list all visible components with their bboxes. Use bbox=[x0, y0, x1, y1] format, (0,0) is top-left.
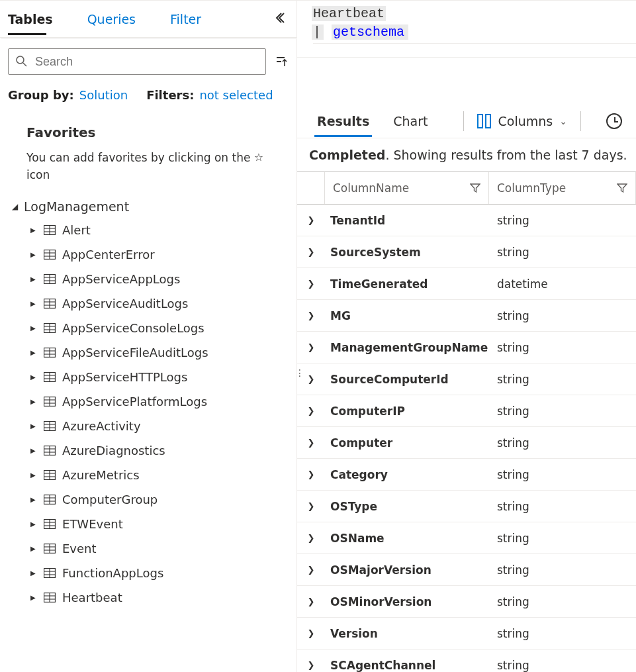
table-item-label: AppCenterError bbox=[62, 248, 155, 262]
tab-queries[interactable]: Queries bbox=[87, 4, 148, 34]
table-item[interactable]: ▶Event bbox=[12, 536, 296, 561]
table-icon bbox=[44, 519, 56, 529]
table-row[interactable]: ❯ManagementGroupNamestring bbox=[297, 332, 636, 363]
tab-chart[interactable]: Chart bbox=[392, 106, 429, 136]
filter-icon[interactable] bbox=[617, 183, 627, 193]
caret-right-icon: ▶ bbox=[30, 594, 37, 601]
cell-columnname: OSMajorVersion bbox=[325, 563, 489, 577]
cell-columntype: string bbox=[489, 309, 636, 322]
expand-row-icon[interactable]: ❯ bbox=[297, 565, 325, 575]
table-item[interactable]: ▶Alert bbox=[12, 218, 296, 242]
table-item[interactable]: ▶AzureDiagnostics bbox=[12, 438, 296, 463]
table-row[interactable]: ❯Computerstring bbox=[297, 427, 636, 459]
cell-columnname: ManagementGroupName bbox=[325, 341, 489, 354]
table-icon bbox=[44, 544, 56, 553]
caret-right-icon: ▶ bbox=[30, 447, 37, 454]
tab-results[interactable]: Results bbox=[316, 106, 371, 136]
table-row[interactable]: ❯ComputerIPstring bbox=[297, 395, 636, 427]
columns-button[interactable]: Columns ⌄ bbox=[477, 114, 567, 128]
table-item-label: AppServiceAppLogs bbox=[62, 272, 180, 286]
query-keyword: getschema bbox=[332, 24, 408, 40]
table-item-label: AzureDiagnostics bbox=[62, 444, 165, 457]
table-row[interactable]: ❯OSMinorVersionstring bbox=[297, 586, 636, 618]
header-columntype[interactable]: ColumnType bbox=[489, 172, 636, 204]
table-row[interactable]: ❯MGstring bbox=[297, 300, 636, 332]
table-row[interactable]: ❯Versionstring bbox=[297, 618, 636, 649]
search-input[interactable] bbox=[34, 54, 259, 70]
expand-row-icon[interactable]: ❯ bbox=[297, 342, 325, 352]
collapse-left-icon[interactable] bbox=[271, 9, 289, 30]
table-item[interactable]: ▶AzureMetrics bbox=[12, 463, 296, 487]
expand-row-icon[interactable]: ❯ bbox=[297, 215, 325, 225]
expand-row-icon[interactable]: ❯ bbox=[297, 311, 325, 320]
cell-columnname: OSType bbox=[325, 500, 489, 513]
table-item[interactable]: ▶ETWEvent bbox=[12, 512, 296, 536]
cell-columnname: MG bbox=[325, 309, 489, 322]
search-box[interactable] bbox=[8, 48, 266, 75]
table-item-label: ComputerGroup bbox=[62, 493, 158, 506]
table-row[interactable]: ❯OSTypestring bbox=[297, 491, 636, 522]
table-item[interactable]: ▶AppCenterError bbox=[12, 242, 296, 267]
table-row[interactable]: ❯SourceComputerIdstring bbox=[297, 363, 636, 395]
table-item[interactable]: ▶AppServiceHTTPLogs bbox=[12, 365, 296, 389]
cell-columnname: Category bbox=[325, 468, 489, 481]
expand-row-icon[interactable]: ❯ bbox=[297, 660, 325, 670]
expand-row-icon[interactable]: ❯ bbox=[297, 438, 325, 448]
splitter-handle[interactable]: ⋮ bbox=[295, 371, 303, 374]
table-item[interactable]: ▶ComputerGroup bbox=[12, 487, 296, 512]
table-row[interactable]: ❯SourceSystemstring bbox=[297, 236, 636, 268]
cell-columntype: string bbox=[489, 373, 636, 386]
expand-row-icon[interactable]: ❯ bbox=[297, 597, 325, 606]
table-row[interactable]: ❯Categorystring bbox=[297, 459, 636, 491]
table-row[interactable]: ❯OSMajorVersionstring bbox=[297, 554, 636, 586]
table-row[interactable]: ❯TimeGenerateddatetime bbox=[297, 268, 636, 300]
expand-row-icon[interactable]: ❯ bbox=[297, 533, 325, 543]
right-panel: ⋮ Heartbeat | getschema Results Chart Co… bbox=[297, 0, 636, 672]
tree-scroll[interactable]: Favorites You can add favorites by click… bbox=[0, 107, 296, 672]
expand-row-icon[interactable]: ❯ bbox=[297, 501, 325, 511]
expand-row-icon[interactable]: ❯ bbox=[297, 406, 325, 416]
expand-row-icon[interactable]: ❯ bbox=[297, 469, 325, 479]
svg-point-0 bbox=[17, 56, 24, 64]
expand-row-icon[interactable]: ❯ bbox=[297, 279, 325, 289]
query-editor[interactable]: Heartbeat | getschema bbox=[297, 1, 636, 58]
table-item[interactable]: ▶AzureActivity bbox=[12, 414, 296, 438]
grid-body[interactable]: ❯TenantIdstring❯SourceSystemstring❯TimeG… bbox=[297, 205, 636, 672]
sort-icon[interactable] bbox=[273, 54, 289, 70]
left-tabs: Tables Queries Filter bbox=[0, 1, 296, 38]
caret-right-icon: ▶ bbox=[30, 520, 37, 528]
group-logmanagement[interactable]: ◢ LogManagement bbox=[0, 195, 296, 218]
caret-right-icon: ▶ bbox=[30, 422, 37, 430]
cell-columntype: string bbox=[489, 532, 636, 545]
caret-right-icon: ▶ bbox=[30, 275, 37, 283]
table-item[interactable]: ▶AppServicePlatformLogs bbox=[12, 389, 296, 414]
table-item[interactable]: ▶FunctionAppLogs bbox=[12, 561, 296, 585]
search-row bbox=[0, 38, 296, 80]
table-item[interactable]: ▶AppServiceAppLogs bbox=[12, 267, 296, 291]
tree-items: ▶Alert▶AppCenterError▶AppServiceAppLogs▶… bbox=[0, 218, 296, 610]
tab-tables[interactable]: Tables bbox=[8, 4, 65, 34]
header-columnname[interactable]: ColumnName bbox=[325, 172, 489, 204]
groupby-value[interactable]: Solution bbox=[79, 88, 128, 102]
table-item[interactable]: ▶AppServiceFileAuditLogs bbox=[12, 340, 296, 365]
table-item[interactable]: ▶Heartbeat bbox=[12, 585, 296, 610]
clock-icon[interactable] bbox=[606, 113, 622, 129]
table-icon bbox=[44, 568, 56, 578]
caret-right-icon: ▶ bbox=[30, 300, 37, 307]
table-item[interactable]: ▶AppServiceConsoleLogs bbox=[12, 316, 296, 340]
table-row[interactable]: ❯OSNamestring bbox=[297, 522, 636, 554]
filter-icon[interactable] bbox=[470, 183, 480, 193]
filters-value[interactable]: not selected bbox=[199, 88, 273, 102]
cell-columntype: string bbox=[489, 468, 636, 481]
table-item[interactable]: ▶AppServiceAuditLogs bbox=[12, 291, 296, 316]
status-line: Completed. Showing results from the last… bbox=[297, 138, 636, 171]
table-row[interactable]: ❯TenantIdstring bbox=[297, 205, 636, 236]
table-row[interactable]: ❯SCAgentChannelstring bbox=[297, 649, 636, 672]
query-table: Heartbeat bbox=[312, 6, 386, 21]
caret-right-icon: ▶ bbox=[30, 496, 37, 503]
expand-row-icon[interactable]: ❯ bbox=[297, 628, 325, 638]
cell-columntype: string bbox=[489, 595, 636, 608]
columns-label: Columns bbox=[498, 114, 553, 128]
expand-row-icon[interactable]: ❯ bbox=[297, 247, 325, 257]
tab-filter[interactable]: Filter bbox=[170, 4, 213, 34]
